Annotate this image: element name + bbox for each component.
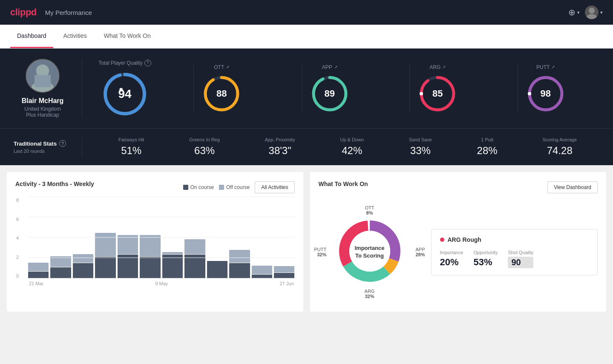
plus-circle-icon: ⊕ [568, 7, 576, 17]
arg-shot-quality: Shot Quality 90 [508, 250, 533, 268]
total-quality-value: 94 [118, 87, 131, 101]
bar-on-11 [252, 275, 272, 278]
arg-shot-quality-label: Shot Quality [508, 250, 533, 255]
on-course-dot [183, 185, 188, 190]
bar-off-5 [118, 235, 138, 254]
bar-on-4 [95, 257, 115, 278]
legend-on-course: On course [183, 184, 214, 190]
work-content: OTT8% APP28% ARG32% PUTT32% [319, 201, 598, 303]
bar-group-5 [118, 235, 138, 278]
putt-score: PUTT ↗ 98 [518, 64, 573, 113]
all-activities-button[interactable]: All Activities [255, 181, 294, 193]
bar-group-6 [140, 235, 160, 278]
arg-rough-title: ARG Rough [440, 236, 589, 243]
arg-opportunity: Opportunity 53% [474, 250, 498, 268]
view-dashboard-button[interactable]: View Dashboard [547, 181, 598, 193]
y-label-2: 2 [16, 255, 19, 260]
bar-off-1 [28, 263, 49, 271]
bar-off-6 [140, 235, 160, 256]
app-score: APP ↗ 89 [302, 64, 357, 113]
y-label-0: 0 [16, 273, 19, 278]
bar-on-1 [28, 272, 49, 278]
putt-trend-icon: ↗ [551, 65, 555, 69]
arg-info-box: ARG Rough Importance 20% Opportunity 53%… [431, 229, 598, 275]
putt-value: 98 [541, 88, 551, 99]
bar-off-12 [274, 266, 294, 272]
x-label-may: 9 May [155, 281, 168, 286]
header: clippd My Performance ⊕ ▾ ▾ [0, 0, 613, 25]
tab-activities[interactable]: Activities [57, 25, 94, 48]
bar-area [28, 198, 295, 278]
tabs: Dashboard Activities What To Work On [0, 25, 613, 49]
help-icon[interactable]: ? [144, 60, 151, 66]
logo[interactable]: clippd [10, 7, 37, 18]
trad-stats-subtitle: Last 20 rounds [14, 149, 82, 154]
ott-value: 88 [216, 88, 227, 99]
bar-off-10 [229, 250, 250, 263]
bar-on-8 [184, 255, 205, 278]
performance-banner: Blair McHarg United Kingdom Plus Handica… [0, 49, 613, 128]
bar-off-11 [252, 266, 272, 274]
putt-gauge: 98 [527, 75, 565, 113]
bar-on-10 [229, 263, 250, 278]
traditional-stats: Traditional Stats ? Last 20 rounds Fairw… [0, 128, 613, 165]
player-avatar [26, 59, 60, 93]
grid-line-2 [28, 258, 295, 258]
svg-point-0 [589, 8, 595, 14]
stat-1-putt: 1 Putt 28% [477, 137, 498, 157]
stat-up-and-down: Up & Down 42% [340, 137, 364, 157]
grid-line-6 [28, 217, 295, 217]
user-chevron-icon: ▾ [600, 10, 603, 15]
scores-section: Total Player Quality ? 94 OTT ↗ [82, 60, 599, 118]
svg-rect-5 [35, 75, 51, 87]
arg-donut-label: ARG32% [365, 289, 375, 299]
header-right: ⊕ ▾ ▾ [568, 6, 603, 19]
bar-on-5 [118, 255, 138, 278]
x-label-jun: 27 Jun [279, 281, 294, 286]
arg-metrics: Importance 20% Opportunity 53% Shot Qual… [440, 250, 589, 268]
bar-on-9 [207, 261, 227, 278]
ott-donut-label: OTT8% [365, 205, 374, 215]
tab-what-to-work-on[interactable]: What To Work On [97, 25, 158, 48]
header-left: clippd My Performance [10, 7, 92, 18]
stat-app-proximity: App. Proximity 38'3" [265, 137, 295, 157]
add-chevron-icon: ▾ [577, 10, 580, 15]
app-label: APP ↗ [322, 64, 337, 70]
trad-help-icon[interactable]: ? [59, 140, 66, 147]
grid-line-8 [28, 197, 295, 197]
arg-importance-value: 20% [440, 257, 463, 268]
bar-group-11 [252, 266, 272, 278]
player-name: Blair McHarg [22, 97, 64, 105]
bar-on-3 [73, 263, 93, 278]
tab-dashboard[interactable]: Dashboard [10, 25, 53, 48]
bar-group-7 [162, 252, 183, 278]
app-gauge: 89 [311, 75, 349, 113]
app-trend-icon: ↗ [334, 65, 337, 69]
player-handicap: Plus Handicap [26, 112, 59, 118]
stat-scoring-average: Scoring Average 74.28 [542, 137, 577, 157]
trad-stats-title: Traditional Stats ? [14, 140, 82, 147]
trad-stats-items: Fairways Hit 51% Greens In Reg 63% App. … [82, 137, 599, 157]
bar-group-12 [274, 266, 294, 278]
ott-label: OTT ↗ [214, 64, 229, 70]
arg-opportunity-value: 53% [474, 257, 498, 268]
ott-score: OTT ↗ 88 [193, 64, 249, 113]
y-label-8: 8 [16, 198, 19, 203]
user-menu[interactable]: ▾ [585, 6, 603, 19]
bar-group-10 [229, 250, 250, 278]
work-card-title: What To Work On [319, 181, 368, 187]
add-icon[interactable]: ⊕ ▾ [568, 7, 580, 17]
bar-chart: 8 6 4 2 0 [28, 198, 295, 286]
grid-line-4 [28, 237, 295, 238]
bar-group-2 [50, 256, 71, 278]
arg-info-section: ARG Rough Importance 20% Opportunity 53%… [431, 229, 598, 275]
sub-scores: OTT ↗ 88 APP ↗ [167, 64, 599, 113]
ott-gauge: 88 [202, 75, 241, 113]
arg-shot-quality-value: 90 [508, 257, 533, 268]
stat-sand-save: Sand Save 33% [409, 137, 432, 157]
donut-chart: OTT8% APP28% ARG32% PUTT32% [319, 201, 421, 303]
bar-on-2 [50, 267, 71, 278]
off-course-dot [219, 185, 224, 190]
arg-gauge: 85 [418, 75, 457, 113]
app-donut-label: APP28% [415, 247, 425, 257]
